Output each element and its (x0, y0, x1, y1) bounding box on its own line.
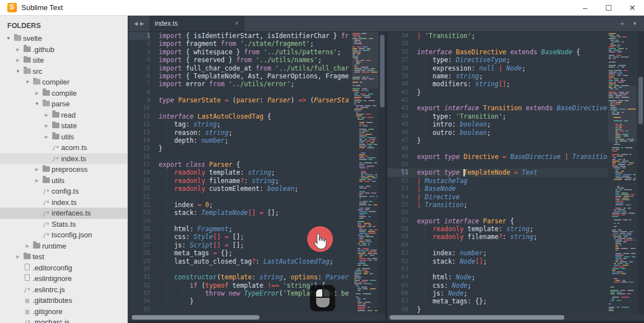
text-caret (464, 169, 465, 176)
line-number: 39 (387, 72, 409, 80)
code-line-19: 19 readonly filename?: string; (129, 177, 379, 185)
git-file-icon: ≣ (22, 296, 33, 305)
sidebar-item--mocharc-js[interactable]: /*.mocharc.js (0, 317, 127, 323)
sidebar-item--eslintignore[interactable]: .eslintignore (0, 273, 127, 284)
indent-guide (166, 225, 167, 233)
vertical-scrollbar-right[interactable] (637, 32, 644, 315)
minimap-right[interactable] (608, 32, 637, 315)
line-number: 59 (387, 233, 409, 241)
chevron-down-icon[interactable]: ▼ (14, 69, 22, 74)
sidebar-item-label: svelte (23, 34, 42, 43)
sidebar-item-read[interactable]: ▶read (0, 110, 127, 121)
code-line-20: 20 readonly customElement: boolean; (129, 185, 379, 193)
chevron-down-icon[interactable]: ▼ (33, 101, 41, 106)
sidebar-item-utils[interactable]: ▶utils (0, 175, 127, 186)
horizontal-scrollbar-left[interactable] (129, 314, 384, 321)
line-number: 40 (387, 80, 409, 88)
sidebar-item-config-ts[interactable]: /*config.ts (0, 186, 127, 197)
sidebar-item-preprocess[interactable]: ▶preprocess (0, 164, 127, 175)
chevron-right-icon[interactable]: ▶ (43, 123, 50, 128)
line-number: 13 (129, 129, 150, 137)
line-number: 12 (129, 120, 150, 128)
code-line-16: 16 (129, 153, 379, 161)
tab-index-ts[interactable]: index.ts × (149, 16, 244, 31)
indent-guide (425, 289, 425, 297)
sidebar-item--gitattributes[interactable]: ≣.gitattributes (0, 295, 127, 306)
line-number: 15 (129, 144, 150, 152)
code-line-67: 67 meta_tags: {}; (387, 297, 608, 305)
chevron-right-icon[interactable]: ▶ (14, 58, 22, 63)
sidebar-item--eslintrc-js[interactable]: /*.eslintrc.js (0, 284, 127, 296)
code-line-21: 21 (129, 193, 379, 201)
code-line-3: 3import { whitespace } from '../utils/pa… (129, 48, 379, 56)
code-line-35: 35 (387, 40, 608, 48)
sidebar-item-state[interactable]: ▶state (0, 120, 127, 132)
line-number: 52 (387, 177, 409, 185)
scrollbar-thumb[interactable] (380, 35, 384, 107)
line-number: 4 (129, 56, 150, 64)
chevron-down-icon[interactable]: ▼ (24, 79, 31, 85)
new-tab-icon[interactable]: + (620, 20, 624, 28)
code-line-48: 48 (387, 144, 608, 152)
code-line-4: 4import { reserved } from '../utils/name… (129, 56, 379, 64)
scrollbar-thumb[interactable] (390, 315, 564, 320)
minimize-button[interactable]: – (573, 0, 597, 16)
tab-overflow-icon[interactable]: ▼ (632, 21, 637, 26)
sidebar-item--editorconfig[interactable]: .editorconfig (0, 263, 127, 274)
sidebar-item-compiler[interactable]: ▼compiler (0, 77, 127, 88)
code-pane-left[interactable]: 1import { isIdentifierStart, isIdentifie… (129, 32, 379, 315)
sidebar-item-label: .eslintignore (33, 274, 72, 283)
code-line-55: 55| Transition; (387, 201, 608, 209)
sidebar-item-index-ts[interactable]: /*index.ts (0, 153, 127, 165)
scrollbar-thumb[interactable] (132, 315, 260, 320)
chevron-right-icon[interactable]: ▶ (14, 254, 22, 259)
code-line-34: 34 } (129, 297, 379, 305)
line-number: 3 (129, 48, 150, 56)
code-file-icon: /* (41, 209, 52, 217)
indent-guide (425, 80, 425, 88)
sidebar-item-svelte[interactable]: ▼svelte (0, 33, 127, 44)
sidebar-item-test[interactable]: ▶test (0, 251, 127, 263)
sidebar-item-acorn-ts[interactable]: /*acorn.ts (0, 142, 127, 153)
indent-guide (425, 225, 425, 233)
code-pane-right[interactable]: 34| 'Transition';3536interface BaseDirec… (387, 32, 608, 315)
sidebar-item--gitignore[interactable]: ≣.gitignore (0, 306, 127, 317)
tab-close-icon[interactable]: × (235, 20, 239, 27)
maximize-button[interactable]: ☐ (597, 0, 620, 16)
sidebar-item-compile[interactable]: ▶compile (0, 88, 127, 99)
sidebar-item-runtime[interactable]: ▶runtime (0, 241, 127, 252)
chevron-right-icon[interactable]: ▶ (24, 244, 31, 249)
indent-guide (197, 289, 198, 297)
chevron-right-icon[interactable]: ▶ (43, 113, 50, 118)
sidebar-item-src[interactable]: ▼src (0, 66, 127, 77)
window-bottom-edge (129, 321, 644, 323)
sidebar-item-stats-ts[interactable]: /*Stats.ts (0, 219, 127, 230)
chevron-right-icon[interactable]: ▶ (33, 178, 41, 183)
pane-divider (386, 32, 387, 323)
nav-back-icon[interactable]: ◀ (134, 21, 138, 26)
sidebar-item-index-ts[interactable]: /*index.ts (0, 197, 127, 208)
chevron-right-icon[interactable]: ▶ (43, 134, 50, 139)
mouse-right-button (323, 289, 330, 297)
horizontal-scrollbar-right[interactable] (388, 314, 644, 321)
tab-label: index.ts (155, 20, 178, 27)
code-file-icon: /* (41, 231, 52, 239)
sidebar-item-site[interactable]: ▶site (0, 55, 127, 66)
code-line-5: 5import full_char_code_at from '../utils… (129, 64, 379, 72)
sidebar-item-parse[interactable]: ▼parse (0, 99, 127, 110)
vertical-scrollbar-left[interactable] (379, 32, 386, 315)
sidebar-item-interfaces-ts[interactable]: /*interfaces.ts (0, 208, 127, 219)
chevron-down-icon[interactable]: ▼ (4, 36, 12, 41)
chevron-right-icon[interactable]: ▶ (33, 91, 41, 96)
nav-forward-icon[interactable]: ▶ (140, 21, 144, 26)
sidebar-folders-panel: FOLDERS ▼svelte▶.github▶site▼src▼compile… (0, 16, 128, 323)
sidebar-item--github[interactable]: ▶.github (0, 44, 127, 55)
minimap-left[interactable] (352, 32, 378, 315)
sidebar-item-tsconfig-json[interactable]: /*tsconfig.json (0, 230, 127, 241)
chevron-right-icon[interactable]: ▶ (33, 167, 41, 172)
code-line-60: 60 (387, 241, 608, 249)
scrollbar-thumb[interactable] (638, 77, 643, 124)
close-button[interactable]: ✕ (620, 0, 644, 16)
sidebar-item-utils[interactable]: ▶utils (0, 132, 127, 143)
chevron-right-icon[interactable]: ▶ (14, 47, 22, 52)
